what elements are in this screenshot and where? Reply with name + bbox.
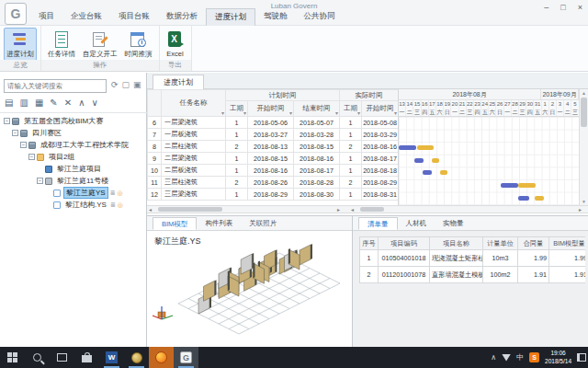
task-row-9[interactable]: 9二层梁浇筑12018-08-152018-08-1612018-08-17 xyxy=(148,153,399,165)
tab-component-list[interactable]: 构件列表 xyxy=(197,217,241,230)
notification-center-icon[interactable] xyxy=(577,353,586,362)
horizontal-scrollbar[interactable]: ◂ ▸ ◂ ▸ xyxy=(147,205,588,213)
filter-icon[interactable]: ▾ xyxy=(289,109,292,116)
scroll-up-arrow[interactable]: ▲ xyxy=(580,89,588,97)
ribbon-tab-data-analysis[interactable]: 数据分析 xyxy=(158,8,206,26)
scroll-right-arrow[interactable]: ▸ xyxy=(579,206,582,213)
taskbar-start-icon[interactable] xyxy=(0,347,25,368)
hidden-icons-icon[interactable]: ∧ xyxy=(491,353,496,362)
taskbar-firefox-icon[interactable] xyxy=(149,347,174,368)
maximize-button[interactable]: □ xyxy=(560,3,565,12)
scroll-left-arrow[interactable]: ◂ xyxy=(351,206,354,213)
tab-progress-plan[interactable]: 进度计划 xyxy=(153,75,204,89)
vertical-scroll-thumb[interactable] xyxy=(581,98,587,127)
tab-bim-model[interactable]: BIM模型 xyxy=(153,217,197,230)
gantt-bar-planned[interactable] xyxy=(399,145,416,150)
tree-item-0[interactable]: −第五届全国高校BIM大赛 xyxy=(0,115,147,127)
time-scale-button[interactable]: 时间推演 xyxy=(122,28,155,61)
gantt-bar-actual[interactable] xyxy=(535,196,544,201)
taskbar-browser-icon[interactable] xyxy=(124,347,149,368)
scroll-left-arrow[interactable]: ◂ xyxy=(149,206,152,213)
tree-expander-icon[interactable]: − xyxy=(37,178,43,184)
scroll-right-arrow[interactable]: ▸ xyxy=(337,206,340,213)
horizontal-scroll-thumb[interactable] xyxy=(158,207,222,212)
gantt-bar-actual[interactable] xyxy=(417,145,434,150)
gantt-bar-planned[interactable] xyxy=(423,170,432,175)
minimize-button[interactable]: – xyxy=(544,3,548,12)
ribbon-tab-project-ledger[interactable]: 项目台账 xyxy=(110,8,158,26)
tree-expander-icon[interactable]: − xyxy=(4,118,10,124)
filter-icon[interactable]: ▾ xyxy=(335,109,338,116)
gantt-bar-actual[interactable] xyxy=(440,170,447,175)
tab-bill-qty[interactable]: 清单量 xyxy=(358,217,398,230)
task-row-10[interactable]: 10二层板浇筑12018-08-162018-08-1712018-08-18 xyxy=(148,165,399,177)
ribbon-tab-progress-plan[interactable]: 进度计划 xyxy=(206,8,255,26)
ribbon-tab-collaboration[interactable]: 公共协同 xyxy=(296,8,344,26)
refresh-icon[interactable]: ⟳ xyxy=(111,80,119,89)
tree-item-6[interactable]: 黎江兰庭YS≣◎ xyxy=(0,187,147,199)
task-detail-button[interactable]: 任务详情 xyxy=(45,28,78,61)
tab-linked-photos[interactable]: 关联照片 xyxy=(241,217,285,230)
task-row-8[interactable]: 8二层柱浇筑22018-08-132018-08-1522018-08-16 xyxy=(148,141,399,153)
ribbon-tab-dashboard[interactable]: 驾驶舱 xyxy=(255,8,296,26)
ribbon-tab-project[interactable]: 项目 xyxy=(30,8,62,26)
filter-icon[interactable]: ▾ xyxy=(394,109,397,116)
list-badge-icon[interactable]: ≣ xyxy=(110,190,116,197)
gantt-bar-planned[interactable] xyxy=(414,158,424,163)
pin-panel-icon[interactable]: ▣ xyxy=(133,80,141,89)
taskbar-word-icon[interactable]: W xyxy=(99,347,124,368)
filter-icon[interactable]: ▾ xyxy=(221,109,224,116)
move-up-icon[interactable]: ∧ xyxy=(78,98,85,108)
close-button[interactable]: × xyxy=(578,3,582,12)
tree-item-3[interactable]: −项目2组 xyxy=(0,151,147,163)
vertical-scrollbar[interactable]: ▲ ▼ xyxy=(579,89,588,205)
tree-item-4[interactable]: 黎江兰庭项目 xyxy=(0,163,147,175)
gantt-bar-actual[interactable] xyxy=(518,183,536,188)
ribbon-tab-enterprise-ledger[interactable]: 企业台账 xyxy=(62,8,110,26)
task-row-7[interactable]: 7一层板浇筑12018-03-272018-03-2812018-03-29 xyxy=(148,129,399,141)
expand-panel-icon[interactable]: ▢ xyxy=(122,80,130,89)
tree-expander-icon[interactable]: − xyxy=(20,142,27,148)
filter-icon[interactable]: ▾ xyxy=(357,109,360,116)
sync-badge-icon[interactable]: ◎ xyxy=(118,201,123,209)
bim-viewport[interactable]: 黎江兰庭.YS xyxy=(147,231,352,347)
qty-row-1[interactable]: 1010504001018现浇混凝土矩形柱10m31.991.99 xyxy=(360,250,586,267)
taskbar-luban-govern-icon[interactable]: G xyxy=(174,347,198,368)
sogou-icon[interactable]: S xyxy=(529,352,539,362)
taskbar-clock[interactable]: 19:06 2018/5/14 xyxy=(545,350,571,366)
tab-physical-qty[interactable]: 实物量 xyxy=(435,217,472,230)
tree-expander-icon[interactable]: − xyxy=(12,130,18,136)
gantt-bar-planned[interactable] xyxy=(501,183,518,188)
list-badge-icon[interactable]: ≣ xyxy=(110,201,116,209)
edit-icon[interactable]: ✎ xyxy=(50,98,57,108)
search-input[interactable] xyxy=(4,79,107,93)
filter-icon[interactable]: ▾ xyxy=(243,109,246,116)
collapse-all-icon[interactable]: ▥ xyxy=(19,98,28,108)
tab-labor-material[interactable]: 人材机 xyxy=(398,217,435,230)
progress-plan-button[interactable]: 进度计划 xyxy=(4,28,37,61)
task-row-6[interactable]: 6一层梁浇筑12018-05-062018-05-0712018-05-08 xyxy=(148,117,399,129)
qty-row-2[interactable]: 2011201001078直形墙混凝土模板100m21.911.91 xyxy=(360,267,586,283)
tree-item-5[interactable]: −黎江兰庭11号楼 xyxy=(0,175,147,187)
move-down-icon[interactable]: ∨ xyxy=(91,98,97,108)
expand-all-icon[interactable]: ▤ xyxy=(5,98,13,108)
delete-icon[interactable]: ✕ xyxy=(64,98,72,108)
ime-lang-icon[interactable]: 中 xyxy=(516,352,524,362)
flat-view-icon[interactable]: ▦ xyxy=(35,98,43,108)
network-icon[interactable] xyxy=(502,354,511,362)
tree-item-1[interactable]: −四川赛区 xyxy=(0,127,147,139)
taskbar-search-icon[interactable] xyxy=(25,347,50,368)
gantt-bar-actual[interactable] xyxy=(432,158,439,163)
tree-item-2[interactable]: −成都理工大学工程技术学院 xyxy=(0,139,147,151)
taskbar-store-icon[interactable] xyxy=(74,347,99,368)
gantt-bar-planned[interactable] xyxy=(518,196,528,201)
sync-badge-icon[interactable]: ◎ xyxy=(118,190,123,197)
tree-expander-icon[interactable]: − xyxy=(28,154,35,160)
horizontal-scroll-thumb[interactable] xyxy=(360,207,384,212)
excel-export-button[interactable]: XExcel xyxy=(164,28,187,60)
custom-start-button[interactable]: 自定义开工 xyxy=(80,28,120,61)
taskbar-task-view-icon[interactable] xyxy=(50,347,74,368)
task-row-11[interactable]: 11三层柱浇筑22018-08-262018-08-2822018-08-29 xyxy=(148,177,399,189)
task-row-12[interactable]: 12三层梁浇筑12018-08-292018-08-3012018-08-31 xyxy=(148,189,399,201)
tree-item-7[interactable]: 黎江结构.YS≣◎ xyxy=(0,199,147,211)
